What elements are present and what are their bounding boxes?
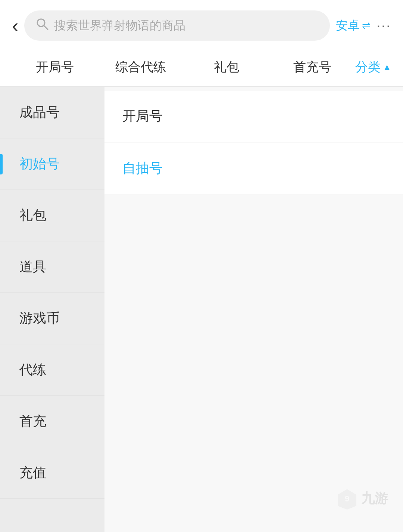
- nav-tabs: 开局号 综合代练 礼包 首充号 分类 ▲: [0, 48, 403, 87]
- search-bar[interactable]: 搜索世界弹射物语的商品: [24, 10, 329, 41]
- tab-shouchonghao[interactable]: 首充号: [269, 48, 355, 86]
- main-content: 成品号 初始号 礼包 道具 游戏币 代练 首充 充值 开局号 自抽号: [0, 87, 403, 532]
- platform-selector[interactable]: 安卓 ⇌: [336, 18, 371, 34]
- search-icon: [35, 17, 49, 34]
- sidebar-item-dailun[interactable]: 代练: [0, 344, 104, 396]
- back-button[interactable]: ‹: [12, 16, 18, 35]
- svg-line-1: [44, 26, 48, 29]
- sidebar-item-chengpin[interactable]: 成品号: [0, 87, 104, 138]
- right-item-kaijuhao[interactable]: 开局号: [104, 91, 403, 142]
- tab-kaijuhao[interactable]: 开局号: [12, 48, 98, 86]
- classify-label: 分类: [355, 59, 381, 76]
- search-placeholder-text: 搜索世界弹射物语的商品: [54, 18, 318, 34]
- tab-zonghe-dailun[interactable]: 综合代练: [98, 48, 184, 86]
- sidebar-item-daoju[interactable]: 道具: [0, 241, 104, 293]
- classify-arrow-icon: ▲: [383, 62, 391, 72]
- tab-classify[interactable]: 分类 ▲: [355, 48, 391, 86]
- sidebar-item-chongzhi[interactable]: 充值: [0, 447, 104, 499]
- header: ‹ 搜索世界弹射物语的商品 安卓 ⇌ ···: [0, 0, 403, 48]
- sidebar-item-chushi[interactable]: 初始号: [0, 138, 104, 190]
- sidebar-item-youxibi[interactable]: 游戏币: [0, 293, 104, 344]
- right-item-zichouhao[interactable]: 自抽号: [104, 143, 403, 194]
- more-button[interactable]: ···: [377, 17, 391, 34]
- platform-arrow-icon: ⇌: [362, 19, 371, 32]
- platform-label: 安卓: [336, 18, 360, 34]
- sidebar-item-shouchong[interactable]: 首充: [0, 396, 104, 447]
- sidebar: 成品号 初始号 礼包 道具 游戏币 代练 首充 充值: [0, 87, 104, 532]
- sidebar-item-libao[interactable]: 礼包: [0, 190, 104, 241]
- right-panel: 开局号 自抽号: [104, 87, 403, 532]
- tab-libao[interactable]: 礼包: [184, 48, 269, 86]
